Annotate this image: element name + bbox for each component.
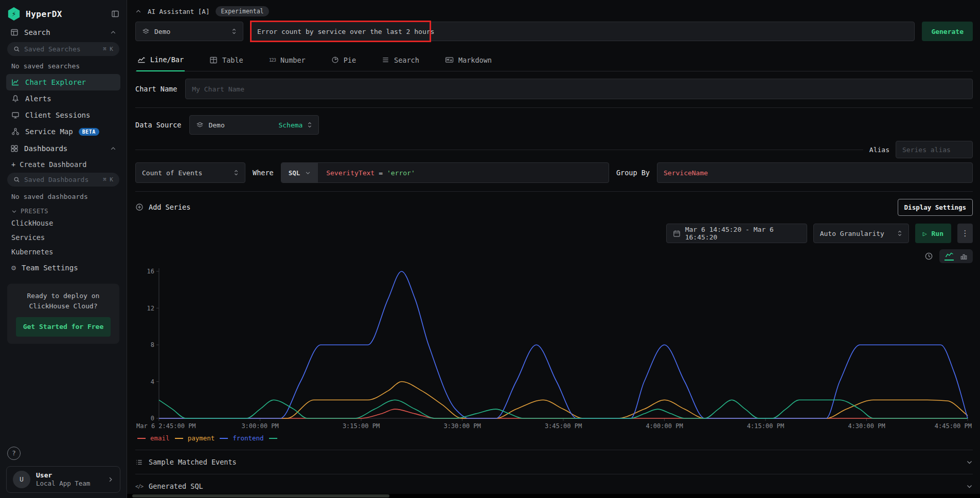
table-icon	[209, 56, 218, 64]
date-range-input[interactable]: Mar 6 14:45:20 - Mar 6 16:45:20	[666, 224, 807, 243]
sidebar-item-team-settings[interactable]: ⚙ Team Settings	[6, 259, 120, 276]
svg-text:3:45:00 PM: 3:45:00 PM	[545, 422, 582, 430]
sidebar-item-client-sessions[interactable]: Client Sessions	[6, 107, 120, 123]
generate-button[interactable]: Generate	[922, 22, 973, 41]
dashboards-icon	[10, 144, 19, 153]
where-sql-input[interactable]: SeverityText = 'error'	[318, 163, 423, 182]
more-options-button[interactable]: ⋮	[957, 224, 973, 243]
horizontal-scrollbar[interactable]	[127, 494, 980, 498]
data-source-row: Data Source Demo Schema	[135, 115, 973, 135]
language-value: SQL	[289, 169, 300, 177]
legend-label: payment	[188, 434, 215, 442]
chevron-down-icon	[966, 483, 973, 490]
legend-item[interactable]: frontend	[220, 434, 263, 442]
get-started-button[interactable]: Get Started for Free	[16, 317, 111, 337]
group-by-label: Group By	[616, 169, 650, 177]
chevron-up-icon[interactable]	[135, 8, 141, 14]
select-chevrons-icon	[231, 28, 237, 35]
bar-style-toggle[interactable]	[960, 253, 968, 260]
chart-name-row: Chart Name My Chart Name	[135, 79, 973, 99]
chart-name-placeholder: My Chart Name	[192, 85, 244, 93]
preset-clickhouse[interactable]: ClickHouse	[6, 216, 120, 230]
language-select[interactable]: SQL	[281, 163, 318, 182]
beta-badge: BETA	[79, 128, 99, 136]
date-range-value: Mar 6 14:45:20 - Mar 6 16:45:20	[685, 226, 800, 241]
collapse-sidebar-icon[interactable]	[111, 10, 119, 18]
source-select[interactable]: Demo	[135, 22, 243, 41]
create-dashboard-button[interactable]: + Create Dashboard	[6, 157, 120, 172]
avatar: U	[13, 471, 30, 488]
user-name: User	[36, 471, 102, 480]
sidebar-item-alerts[interactable]: Alerts	[6, 90, 120, 107]
nav-dashboards-label: Dashboards	[24, 144, 67, 153]
tab-search[interactable]: Search	[381, 49, 420, 71]
data-source-label: Data Source	[135, 121, 181, 129]
ai-assistant-title: AI Assistant [A]	[148, 8, 209, 15]
run-button[interactable]: ▷ Run	[915, 224, 951, 243]
svg-text:12: 12	[147, 305, 154, 312]
code-icon: </>	[135, 484, 143, 489]
user-menu[interactable]: U User Local App Team	[6, 466, 120, 493]
bell-icon	[11, 95, 20, 103]
chevron-down-icon	[11, 209, 17, 214]
group-by-value: ServiceName	[664, 169, 708, 177]
legend-dash	[220, 438, 228, 439]
clock-icon[interactable]	[924, 252, 933, 261]
preset-kubernetes[interactable]: Kubernetes	[6, 245, 120, 259]
nav-group-search[interactable]: Search	[6, 24, 120, 41]
run-label: Run	[932, 230, 943, 237]
saved-dashboards-input[interactable]: Saved Dashboards ⌘ K	[7, 173, 119, 187]
svg-text:4: 4	[151, 378, 154, 385]
tab-table[interactable]: Table	[208, 49, 244, 71]
tab-pie[interactable]: Pie	[330, 49, 357, 71]
main-content: AI Assistant [A] Experimental Demo Error…	[127, 0, 980, 498]
monitor-icon	[11, 111, 20, 119]
display-settings-button[interactable]: Display Settings	[898, 199, 973, 216]
legend-item[interactable]: email	[137, 434, 170, 442]
sql-token-field: SeverityText	[326, 169, 375, 177]
chart-area[interactable]: 0481216Mar 6 2:45:00 PM3:00:00 PM3:15:00…	[135, 264, 973, 434]
chart-name-input[interactable]: My Chart Name	[185, 79, 973, 99]
tab-markdown[interactable]: Markdown	[444, 49, 493, 71]
legend-item[interactable]: payment	[175, 434, 215, 442]
alias-input[interactable]: Series alias	[896, 141, 973, 158]
granularity-value: Auto Granularity	[820, 230, 884, 237]
legend-item[interactable]	[269, 438, 277, 439]
shortcut-kbd: ⌘ K	[103, 176, 113, 183]
tab-label: Line/Bar	[150, 56, 184, 64]
preset-services[interactable]: Services	[6, 230, 120, 245]
saved-searches-input[interactable]: Saved Searches ⌘ K	[7, 42, 119, 56]
nav-group-dashboards[interactable]: Dashboards	[6, 140, 120, 157]
experimental-badge: Experimental	[216, 6, 269, 16]
tab-line-bar[interactable]: Line/Bar	[136, 49, 185, 71]
add-series-button[interactable]: Add Series	[135, 203, 190, 211]
sample-matched-events-row[interactable]: Sample Matched Events	[135, 450, 973, 474]
sidebar-item-service-map[interactable]: Service Map BETA	[6, 123, 120, 140]
sidebar-item-chart-explorer[interactable]: Chart Explorer	[6, 74, 120, 90]
circle-plus-icon	[135, 203, 144, 211]
chart-legend: emailpaymentfrontend	[135, 434, 973, 442]
play-icon: ▷	[923, 230, 927, 237]
chart-name-label: Chart Name	[135, 85, 177, 93]
sql-token-operator: =	[379, 169, 383, 177]
line-style-toggle[interactable]	[945, 252, 954, 261]
scrollbar-thumb[interactable]	[132, 494, 389, 497]
saved-searches-placeholder: Saved Searches	[24, 45, 99, 53]
aggregation-select[interactable]: Count of Events	[135, 162, 245, 183]
presets-toggle[interactable]: PRESETS	[6, 205, 120, 216]
granularity-select[interactable]: Auto Granularity	[813, 224, 909, 243]
group-by-input[interactable]: ServiceName	[657, 162, 973, 183]
data-source-select[interactable]: Demo Schema	[189, 115, 319, 135]
network-icon	[11, 127, 20, 136]
chevron-up-icon	[110, 145, 116, 152]
layers-icon	[196, 121, 204, 129]
select-chevrons-icon	[234, 169, 239, 176]
help-button[interactable]: ?	[7, 447, 21, 460]
svg-text:Mar 6 2:45:00 PM: Mar 6 2:45:00 PM	[136, 422, 196, 430]
select-chevrons-icon	[897, 230, 902, 237]
chevron-up-icon	[110, 29, 116, 35]
schema-link[interactable]: Schema	[278, 121, 302, 129]
svg-text:3:00:00 PM: 3:00:00 PM	[241, 422, 278, 430]
tab-number[interactable]: 123 Number	[268, 49, 307, 71]
ai-prompt-input[interactable]: Error count by service over the last 2 h…	[251, 22, 915, 41]
